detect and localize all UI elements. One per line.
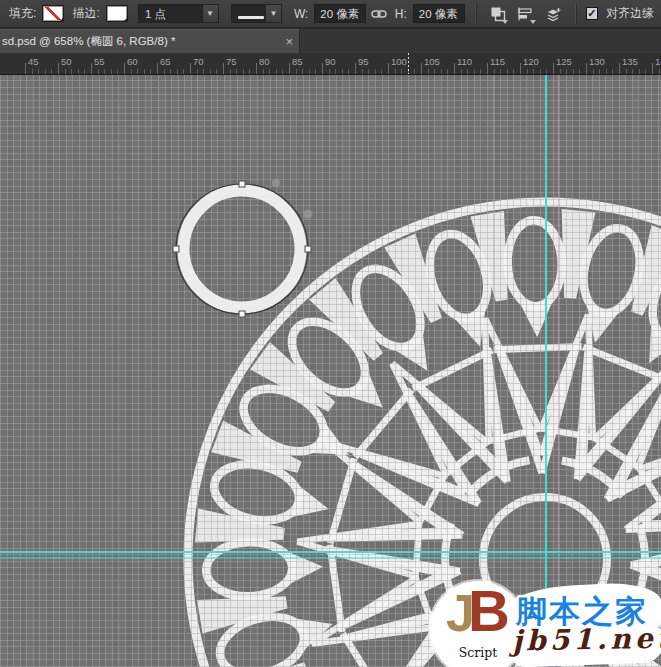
ruler-major-tick [619, 63, 620, 74]
link-icon [371, 7, 387, 21]
path-arrangement-icon [545, 6, 562, 22]
ruler-major-tick [25, 63, 26, 74]
ruler-major-tick [520, 63, 521, 74]
chevron-down-icon [502, 20, 508, 24]
chevron-down-icon [530, 20, 536, 24]
document-tab-title: sd.psd @ 658% (椭圆 6, RGB/8) * [2, 34, 279, 49]
stroke-label: 描边: [72, 5, 99, 22]
ruler-major-tick [454, 63, 455, 74]
ruler-label: 95 [358, 56, 369, 67]
fill-label: 填充: [9, 5, 36, 22]
horizontal-ruler[interactable]: 4550556065707580859095100105110115120125… [0, 53, 661, 75]
close-icon[interactable]: × [285, 34, 293, 49]
path-operations-button[interactable] [486, 3, 510, 25]
anchor-handle[interactable] [173, 246, 179, 252]
path-alignment-button[interactable] [513, 3, 537, 25]
ruler-major-tick [322, 63, 323, 74]
ruler-label: 70 [193, 56, 204, 67]
ruler-major-tick [190, 63, 191, 74]
ruler-mouse-position-marker [408, 53, 409, 74]
chevron-down-icon [123, 17, 128, 22]
ruler-major-tick [355, 63, 356, 74]
anchor-handle[interactable] [239, 181, 245, 187]
ruler-label: 55 [94, 56, 105, 67]
ruler-label: 125 [556, 56, 572, 67]
anchor-handle[interactable] [305, 246, 311, 252]
ellipse-selection-overlay[interactable] [0, 75, 661, 667]
ruler-label: 90 [325, 56, 336, 67]
document-tabbar: sd.psd @ 658% (椭圆 6, RGB/8) * × [0, 29, 661, 53]
shape-width-input[interactable]: 20 像素 [314, 4, 366, 23]
chevron-down-icon: ▼ [265, 5, 281, 22]
stroke-style-select[interactable]: ▼ [231, 4, 282, 23]
ruler-label: 45 [28, 56, 39, 67]
height-label: H: [395, 7, 407, 21]
ruler-label: 140 [655, 56, 661, 67]
drawn-ellipse-ring[interactable] [184, 191, 301, 308]
options-toolbar: 填充: 描边: 1 点 ▼ ▼ W: 20 像素 H: 20 像素 [0, 0, 661, 28]
path-arrangement-button[interactable] [541, 3, 565, 25]
align-edges-label: 对齐边缘 [606, 5, 654, 22]
ruler-major-tick [553, 63, 554, 74]
stroke-width-select[interactable]: 1 点 ▼ [138, 4, 219, 23]
ruler-minor-ticks [25, 69, 661, 74]
pattern-dot[interactable] [272, 179, 280, 187]
chevron-down-icon [59, 17, 64, 22]
fill-swatch[interactable] [42, 5, 64, 22]
ruler-label: 75 [226, 56, 237, 67]
ruler-label: 105 [424, 56, 440, 67]
ruler-major-tick [256, 63, 257, 74]
ruler-major-tick [58, 63, 59, 74]
ruler-label: 100 [391, 56, 407, 67]
ruler-label: 115 [490, 56, 505, 67]
ruler-label: 65 [160, 56, 171, 67]
ruler-label: 50 [61, 56, 72, 67]
ruler-major-tick [388, 63, 389, 74]
ruler-major-tick [289, 63, 290, 74]
ruler-major-tick [157, 63, 158, 74]
separator [475, 4, 476, 24]
ruler-major-tick [487, 63, 488, 74]
ruler-label: 60 [127, 56, 138, 67]
ruler-label: 85 [292, 56, 303, 67]
stroke-swatch[interactable] [106, 5, 128, 22]
ruler-major-tick [421, 63, 422, 74]
ruler-major-tick [91, 63, 92, 74]
ruler-major-tick [586, 63, 587, 74]
anchor-handle[interactable] [239, 311, 245, 317]
ruler-label: 80 [259, 56, 270, 67]
ruler-label: 130 [589, 56, 605, 67]
shape-height-input[interactable]: 20 像素 [413, 4, 465, 23]
photoshop-window: 填充: 描边: 1 点 ▼ ▼ W: 20 像素 H: 20 像素 [0, 0, 661, 667]
canvas-viewport[interactable]: J B Script 脚本之家 jb51.net [0, 75, 661, 667]
link-dimensions-button[interactable] [370, 3, 386, 25]
align-edges-checkbox[interactable]: ✓ [586, 7, 598, 20]
ruler-major-tick [223, 63, 224, 74]
ruler-major-tick [124, 63, 125, 74]
ruler-major-tick [652, 63, 653, 74]
solid-line-icon [238, 16, 264, 19]
chevron-down-icon: ▼ [202, 5, 218, 22]
ruler-label: 120 [523, 56, 539, 67]
document-tab[interactable]: sd.psd @ 658% (椭圆 6, RGB/8) * × [0, 29, 300, 53]
ruler-label: 135 [622, 56, 638, 67]
width-label: W: [294, 7, 308, 21]
ruler-label: 110 [457, 56, 472, 67]
separator [575, 4, 576, 24]
stroke-width-value: 1 点 [139, 5, 172, 22]
ellipse-path-outline[interactable] [176, 184, 308, 314]
pattern-dot[interactable] [304, 210, 313, 219]
